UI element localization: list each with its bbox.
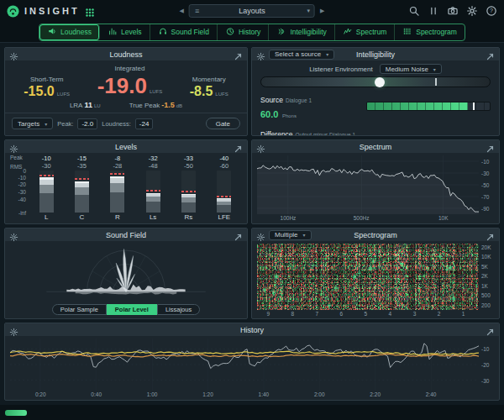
sound-field-panel: Sound Field Polar SamplePolar LevelLissa…: [4, 228, 248, 319]
x-axis-label: 0:20: [35, 391, 46, 397]
channel-label-Ls: Ls: [135, 213, 171, 222]
panel-title: Spectrogram: [354, 231, 397, 239]
tab-loudness[interactable]: Loudness: [39, 24, 100, 40]
workspace: Loudness Short-Term -15.0LUFS Integrated…: [0, 43, 504, 405]
targets-select[interactable]: Targets▾: [12, 118, 53, 129]
y-axis-label: 2K: [481, 273, 488, 279]
loudness-tab-icon: [47, 27, 57, 38]
channel-label-LFE: LFE: [207, 213, 242, 222]
help-icon[interactable]: ?: [486, 5, 497, 17]
meter-segment: [217, 202, 231, 205]
meter-segment: [146, 202, 160, 213]
y-axis-label: -90: [481, 206, 489, 212]
gear-icon[interactable]: [9, 50, 18, 59]
scale-label: 0: [23, 168, 26, 174]
panel-title: Sound Field: [106, 231, 146, 239]
meter-bar: [217, 171, 231, 213]
expand-icon[interactable]: [234, 142, 243, 151]
gear-icon[interactable]: [256, 142, 265, 151]
listener-environment-select[interactable]: Medium Noise▾: [380, 64, 442, 74]
loudness-target-value[interactable]: -24: [135, 118, 154, 129]
levels-tab-icon: [108, 27, 118, 38]
levels-panel: Levels Peak RMS 0-10-20-30-40-inf -10-15…: [4, 139, 248, 224]
spectrum-y-axis: -10-30-50-70-90: [480, 155, 496, 214]
gear-icon[interactable]: [9, 142, 18, 151]
meter-segment: [181, 197, 196, 202]
gear-icon[interactable]: [9, 230, 18, 239]
spectrogram-time-axis: 987654321: [257, 311, 479, 318]
spectrogram-source-select[interactable]: Multiple▾: [269, 230, 312, 240]
slider-thumb[interactable]: [375, 77, 385, 87]
meter-segment: [181, 195, 196, 197]
layouts-selector[interactable]: ≡ Layouts ▾: [189, 4, 315, 18]
peak-value-Rs: -33: [171, 155, 206, 162]
y-axis-label: 20K: [481, 244, 491, 249]
spectrogram-panel: Multiple▾ Spectrogram 20K10K5K2K1K500200…: [251, 228, 500, 319]
x-axis-label: 9: [266, 311, 270, 317]
levels-axis: Peak RMS 0-10-20-30-40-inf: [7, 155, 29, 222]
meter-segment: [217, 199, 231, 201]
lra-readout: LRA11LU: [70, 101, 101, 109]
spectrogram-tab-icon: [402, 27, 412, 38]
gear-icon[interactable]: [256, 230, 265, 239]
peak-values-row: -10-15-8-32-33-40: [29, 155, 242, 162]
mode-polar-sample[interactable]: Polar Sample: [52, 304, 107, 315]
peak-hold-indicator: [75, 178, 89, 180]
rms-value-L: -30: [29, 162, 64, 170]
search-icon[interactable]: [408, 5, 420, 17]
peak-value-LFE: -40: [207, 155, 242, 162]
peak-target-value[interactable]: -2.0: [77, 118, 97, 129]
y-axis-label: -30: [481, 171, 489, 176]
gear-icon[interactable]: [256, 50, 265, 59]
peak-hold-indicator: [181, 191, 196, 192]
settings-icon[interactable]: [466, 5, 478, 17]
meter-segment: [39, 177, 54, 180]
scale-label: -10: [18, 174, 26, 180]
x-axis-label: 0:40: [91, 391, 102, 397]
mode-lissajous[interactable]: Lissajous: [157, 304, 200, 315]
gear-icon[interactable]: [9, 325, 18, 334]
meter-segment: [39, 193, 54, 213]
tab-intelligibility[interactable]: Intelligibility: [269, 24, 334, 40]
listener-level-slider[interactable]: [260, 76, 491, 87]
loudness-panel: Loudness Short-Term -15.0LUFS Integrated…: [4, 47, 248, 136]
expand-icon[interactable]: [486, 142, 495, 151]
tab-levels[interactable]: Levels: [100, 24, 150, 40]
expand-icon[interactable]: [234, 230, 243, 239]
svg-text:?: ?: [490, 8, 493, 13]
peak-hold-indicator: [217, 196, 231, 197]
true-peak-readout: True Peak-1.5dB: [129, 101, 182, 109]
layouts-next-icon[interactable]: ▶: [320, 8, 324, 14]
scale-label: -30: [18, 189, 26, 195]
history-y-axis: -10-20-30: [480, 339, 496, 391]
rms-value-Ls: -48: [135, 162, 171, 170]
camera-icon[interactable]: [447, 5, 459, 17]
layouts-prev-icon[interactable]: ◀: [180, 8, 184, 14]
panel-title: History: [240, 326, 264, 334]
tab-label: Sound Field: [171, 28, 209, 36]
tab-spectrogram[interactable]: Spectrogram: [395, 24, 465, 40]
tab-history[interactable]: History: [218, 24, 269, 40]
source-select[interactable]: Select a source▾: [269, 50, 334, 60]
history-chart: [10, 339, 479, 391]
pause-icon[interactable]: [428, 5, 439, 17]
preset-grid-icon[interactable]: [85, 6, 95, 16]
x-axis-label: 1:40: [259, 391, 270, 397]
meter-segment: [110, 178, 124, 183]
loudness-target-label: Loudness:: [102, 120, 131, 128]
expand-icon[interactable]: [486, 325, 495, 334]
meter-segment: [39, 185, 54, 193]
menu-icon: ≡: [195, 7, 199, 15]
status-bar: [0, 405, 504, 420]
tab-label: Spectrogram: [416, 28, 457, 36]
expand-icon[interactable]: [234, 50, 243, 59]
tab-sound-field[interactable]: Sound Field: [150, 24, 218, 40]
mode-polar-level[interactable]: Polar Level: [107, 304, 157, 315]
tab-spectrum[interactable]: Spectrum: [335, 24, 395, 40]
tab-label: Intelligibility: [290, 28, 326, 36]
gate-button[interactable]: Gate: [206, 118, 240, 129]
expand-icon[interactable]: [486, 230, 495, 239]
rms-value-LFE: -60: [207, 162, 242, 170]
x-axis-label: 6: [340, 311, 344, 317]
expand-icon[interactable]: [486, 50, 495, 59]
